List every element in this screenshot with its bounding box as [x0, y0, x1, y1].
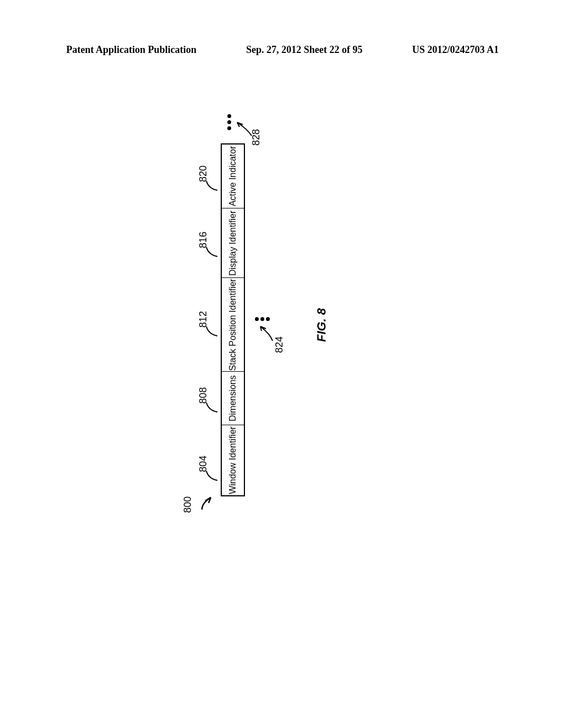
- lead-line-icon: [204, 469, 220, 482]
- cell-display-identifier: Display Identifier: [222, 208, 244, 277]
- cell-window-identifier: Window Identifier: [222, 425, 244, 495]
- lead-line-icon: [204, 245, 220, 258]
- lead-line-icon: [204, 400, 220, 414]
- lead-line-icon: [204, 179, 220, 192]
- cell-active-indicator: Active Indicator: [222, 144, 244, 208]
- cell-dimensions: Dimensions: [222, 371, 244, 425]
- ellipsis-horizontal-icon: [227, 114, 231, 130]
- lead-line-icon: [204, 324, 220, 338]
- ellipsis-vertical-icon: [255, 317, 270, 321]
- arrow-curve-icon: [199, 485, 217, 513]
- cell-stack-position: Stack Position Identifier: [222, 277, 244, 371]
- ref-828: 828: [250, 129, 262, 146]
- data-structure-row: Window Identifier Dimensions Stack Posit…: [221, 143, 245, 496]
- figure-diagram: 800 804 808 812 816 820 Window Identifie…: [66, 99, 499, 596]
- rotated-figure: 800 804 808 812 816 820 Window Identifie…: [221, 143, 331, 496]
- header-left: Patent Application Publication: [66, 44, 196, 56]
- figure-label: FIG. 8: [315, 308, 329, 342]
- header-right: US 2012/0242703 A1: [412, 44, 499, 56]
- ref-800: 800: [182, 496, 194, 513]
- ref-824: 824: [274, 336, 285, 353]
- header-center: Sep. 27, 2012 Sheet 22 of 95: [246, 44, 363, 56]
- page-header: Patent Application Publication Sep. 27, …: [0, 44, 565, 56]
